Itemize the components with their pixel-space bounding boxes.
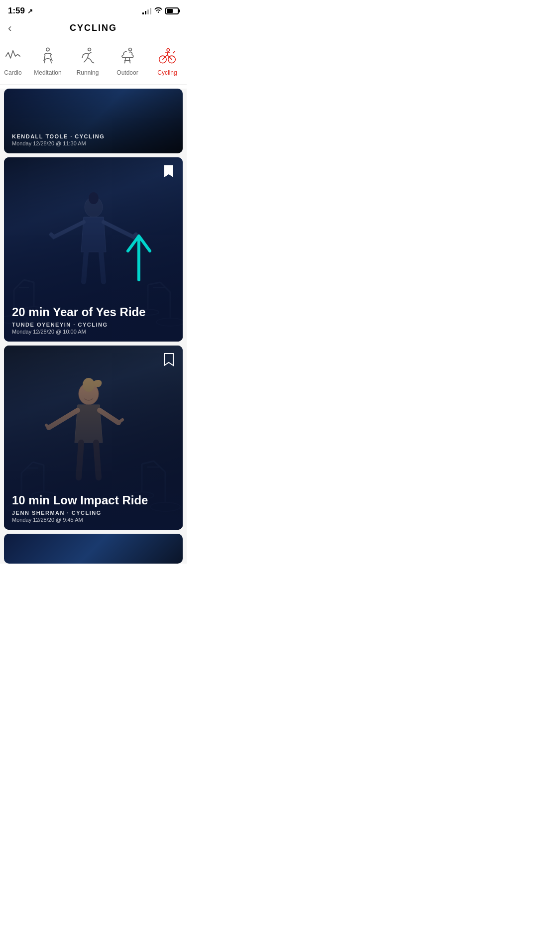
workout-card-4[interactable] — [4, 534, 183, 564]
running-icon — [77, 45, 99, 67]
card3-instructor-cat: JENN SHERMAN · CYCLING — [12, 510, 175, 516]
signal-icon — [142, 7, 151, 14]
workout-card-2[interactable]: 20 min Year of Yes Ride TUNDE OYENEYIN ·… — [4, 157, 183, 342]
status-icons — [142, 6, 179, 15]
card2-info: 20 min Year of Yes Ride TUNDE OYENEYIN ·… — [4, 298, 183, 342]
status-bar: 1:59 ↗ — [0, 0, 187, 19]
page-title: CYCLING — [70, 23, 117, 33]
sidebar-item-cycling[interactable]: Cycling — [147, 43, 187, 78]
card3-title: 10 min Low Impact Ride — [12, 493, 175, 508]
svg-point-0 — [158, 11, 159, 12]
wifi-icon — [154, 6, 163, 15]
card2-instructor-cat: TUNDE OYENEYIN · CYCLING — [12, 322, 175, 328]
card3-info: 10 min Low Impact Ride JENN SHERMAN · CY… — [4, 486, 183, 530]
sidebar-item-outdoor[interactable]: Outdoor — [108, 43, 147, 78]
meditation-label: Meditation — [34, 69, 61, 76]
sidebar-item-cardio[interactable]: Cardio — [0, 43, 28, 78]
workout-card-1[interactable]: KENDALL TOOLE · CYCLING Monday 12/28/20 … — [4, 89, 183, 153]
cards-container: KENDALL TOOLE · CYCLING Monday 12/28/20 … — [0, 89, 187, 564]
category-nav: Cardio Meditation — [0, 39, 187, 85]
card1-date: Monday 12/28/20 @ 11:30 AM — [12, 140, 175, 146]
workout-card-3[interactable]: 10 min Low Impact Ride JENN SHERMAN · CY… — [4, 346, 183, 530]
svg-point-1 — [46, 48, 49, 51]
card3-date: Monday 12/28/20 @ 9:45 AM — [12, 517, 175, 523]
outdoor-icon — [116, 45, 138, 67]
card2-title: 20 min Year of Yes Ride — [12, 305, 175, 320]
header: ‹ CYCLING — [0, 19, 187, 39]
card1-category: CYCLING — [75, 133, 105, 139]
meditation-icon — [37, 45, 59, 67]
svg-point-2 — [88, 48, 91, 51]
battery-icon — [165, 7, 179, 14]
card2-bookmark-button[interactable] — [161, 163, 177, 179]
card1-instructor: KENDALL TOOLE — [12, 133, 68, 139]
cycling-icon — [156, 45, 178, 67]
sidebar-item-meditation[interactable]: Meditation — [28, 43, 68, 78]
outdoor-label: Outdoor — [116, 69, 138, 76]
sidebar-item-running[interactable]: Running — [68, 43, 108, 78]
running-label: Running — [77, 69, 99, 76]
cardio-label: Cardio — [4, 69, 21, 76]
card1-info: KENDALL TOOLE · CYCLING Monday 12/28/20 … — [4, 126, 183, 153]
cycling-label: Cycling — [157, 69, 177, 76]
back-button[interactable]: ‹ — [8, 22, 11, 35]
status-time: 1:59 ↗ — [8, 6, 33, 16]
svg-point-3 — [129, 48, 132, 51]
cardio-icon — [2, 45, 24, 67]
card2-date: Monday 12/28/20 @ 10:00 AM — [12, 329, 175, 335]
card3-bookmark-button[interactable] — [161, 352, 177, 367]
teal-arrow-annotation — [123, 230, 155, 287]
